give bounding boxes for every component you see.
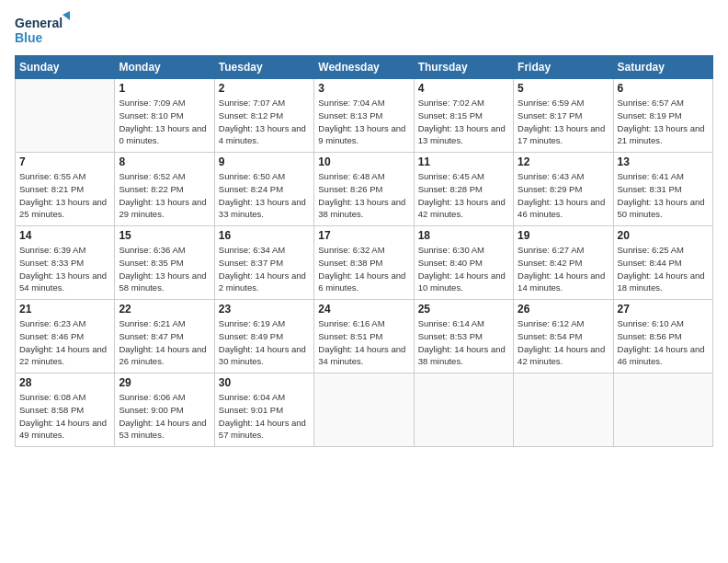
svg-marker-1 bbox=[63, 11, 70, 20]
day-info: Sunrise: 6:41 AMSunset: 8:31 PMDaylight:… bbox=[618, 170, 709, 221]
calendar-cell bbox=[514, 373, 613, 447]
calendar-cell: 15Sunrise: 6:36 AMSunset: 8:35 PMDayligh… bbox=[115, 226, 214, 300]
calendar-cell: 11Sunrise: 6:45 AMSunset: 8:28 PMDayligh… bbox=[414, 153, 513, 226]
day-info: Sunrise: 7:02 AMSunset: 8:15 PMDaylight:… bbox=[418, 97, 509, 147]
day-info: Sunrise: 6:04 AMSunset: 9:01 PMDaylight:… bbox=[219, 391, 310, 442]
day-info: Sunrise: 6:32 AMSunset: 8:38 PMDaylight:… bbox=[318, 244, 409, 294]
day-info: Sunrise: 6:08 AMSunset: 8:58 PMDaylight:… bbox=[19, 391, 110, 442]
day-info: Sunrise: 6:27 AMSunset: 8:42 PMDaylight:… bbox=[518, 244, 609, 294]
day-info: Sunrise: 6:14 AMSunset: 8:53 PMDaylight:… bbox=[418, 317, 509, 368]
day-info: Sunrise: 6:19 AMSunset: 8:49 PMDaylight:… bbox=[219, 317, 310, 368]
calendar-cell: 6Sunrise: 6:57 AMSunset: 8:19 PMDaylight… bbox=[613, 79, 712, 153]
calendar-cell: 26Sunrise: 6:12 AMSunset: 8:54 PMDayligh… bbox=[514, 300, 613, 373]
day-number: 28 bbox=[19, 376, 110, 389]
day-number: 20 bbox=[618, 229, 709, 242]
logo: General Blue bbox=[15, 11, 70, 48]
calendar-cell: 7Sunrise: 6:55 AMSunset: 8:21 PMDaylight… bbox=[16, 153, 115, 226]
day-number: 14 bbox=[19, 229, 110, 242]
day-info: Sunrise: 6:06 AMSunset: 9:00 PMDaylight:… bbox=[119, 391, 210, 442]
day-number: 12 bbox=[518, 155, 609, 168]
calendar-cell: 2Sunrise: 7:07 AMSunset: 8:12 PMDaylight… bbox=[214, 79, 313, 153]
day-info: Sunrise: 6:12 AMSunset: 8:54 PMDaylight:… bbox=[518, 317, 609, 368]
day-number: 21 bbox=[19, 303, 110, 316]
calendar-cell bbox=[613, 373, 712, 447]
day-info: Sunrise: 6:48 AMSunset: 8:26 PMDaylight:… bbox=[318, 170, 409, 221]
week-row: 14Sunrise: 6:39 AMSunset: 8:33 PMDayligh… bbox=[16, 226, 713, 300]
day-info: Sunrise: 6:57 AMSunset: 8:19 PMDaylight:… bbox=[618, 97, 709, 147]
calendar-cell: 23Sunrise: 6:19 AMSunset: 8:49 PMDayligh… bbox=[214, 300, 313, 373]
weekday-header: Monday bbox=[115, 56, 214, 79]
calendar-table: SundayMondayTuesdayWednesdayThursdayFrid… bbox=[15, 55, 713, 447]
day-info: Sunrise: 6:43 AMSunset: 8:29 PMDaylight:… bbox=[518, 170, 609, 221]
weekday-header: Wednesday bbox=[314, 56, 414, 79]
day-number: 17 bbox=[318, 229, 409, 242]
calendar-cell: 16Sunrise: 6:34 AMSunset: 8:37 PMDayligh… bbox=[214, 226, 313, 300]
day-number: 26 bbox=[518, 303, 609, 316]
calendar-cell bbox=[414, 373, 513, 447]
weekday-header-row: SundayMondayTuesdayWednesdayThursdayFrid… bbox=[16, 56, 713, 79]
day-number: 25 bbox=[418, 303, 509, 316]
day-info: Sunrise: 7:09 AMSunset: 8:10 PMDaylight:… bbox=[119, 97, 210, 147]
logo-svg: General Blue bbox=[15, 11, 70, 48]
calendar-cell: 4Sunrise: 7:02 AMSunset: 8:15 PMDaylight… bbox=[414, 79, 513, 153]
week-row: 21Sunrise: 6:23 AMSunset: 8:46 PMDayligh… bbox=[16, 300, 713, 373]
calendar-cell: 29Sunrise: 6:06 AMSunset: 9:00 PMDayligh… bbox=[115, 373, 214, 447]
day-number: 27 bbox=[618, 303, 709, 316]
day-number: 8 bbox=[119, 155, 210, 168]
weekday-header: Saturday bbox=[613, 56, 712, 79]
day-number: 2 bbox=[219, 82, 310, 95]
week-row: 28Sunrise: 6:08 AMSunset: 8:58 PMDayligh… bbox=[16, 373, 713, 447]
day-info: Sunrise: 6:21 AMSunset: 8:47 PMDaylight:… bbox=[119, 317, 210, 368]
svg-text:General: General bbox=[15, 16, 63, 30]
day-info: Sunrise: 6:10 AMSunset: 8:56 PMDaylight:… bbox=[618, 317, 709, 368]
day-number: 10 bbox=[318, 155, 409, 168]
calendar-cell bbox=[16, 79, 115, 153]
calendar-cell: 12Sunrise: 6:43 AMSunset: 8:29 PMDayligh… bbox=[514, 153, 613, 226]
day-info: Sunrise: 6:23 AMSunset: 8:46 PMDaylight:… bbox=[19, 317, 110, 368]
day-number: 7 bbox=[19, 155, 110, 168]
day-number: 29 bbox=[119, 376, 210, 389]
day-info: Sunrise: 6:59 AMSunset: 8:17 PMDaylight:… bbox=[518, 97, 609, 147]
day-number: 3 bbox=[318, 82, 409, 95]
calendar-cell: 14Sunrise: 6:39 AMSunset: 8:33 PMDayligh… bbox=[16, 226, 115, 300]
day-number: 19 bbox=[518, 229, 609, 242]
weekday-header: Tuesday bbox=[214, 56, 313, 79]
calendar-cell: 20Sunrise: 6:25 AMSunset: 8:44 PMDayligh… bbox=[613, 226, 712, 300]
calendar-cell: 17Sunrise: 6:32 AMSunset: 8:38 PMDayligh… bbox=[314, 226, 414, 300]
day-info: Sunrise: 6:52 AMSunset: 8:22 PMDaylight:… bbox=[119, 170, 210, 221]
day-number: 13 bbox=[618, 155, 709, 168]
day-info: Sunrise: 7:07 AMSunset: 8:12 PMDaylight:… bbox=[219, 97, 310, 147]
day-number: 6 bbox=[618, 82, 709, 95]
day-info: Sunrise: 6:50 AMSunset: 8:24 PMDaylight:… bbox=[219, 170, 310, 221]
calendar-cell: 22Sunrise: 6:21 AMSunset: 8:47 PMDayligh… bbox=[115, 300, 214, 373]
calendar-cell: 10Sunrise: 6:48 AMSunset: 8:26 PMDayligh… bbox=[314, 153, 414, 226]
day-info: Sunrise: 6:36 AMSunset: 8:35 PMDaylight:… bbox=[119, 244, 210, 294]
day-info: Sunrise: 6:55 AMSunset: 8:21 PMDaylight:… bbox=[19, 170, 110, 221]
day-info: Sunrise: 6:34 AMSunset: 8:37 PMDaylight:… bbox=[219, 244, 310, 294]
day-number: 16 bbox=[219, 229, 310, 242]
calendar-cell: 27Sunrise: 6:10 AMSunset: 8:56 PMDayligh… bbox=[613, 300, 712, 373]
calendar-cell: 21Sunrise: 6:23 AMSunset: 8:46 PMDayligh… bbox=[16, 300, 115, 373]
calendar-cell: 8Sunrise: 6:52 AMSunset: 8:22 PMDaylight… bbox=[115, 153, 214, 226]
day-info: Sunrise: 7:04 AMSunset: 8:13 PMDaylight:… bbox=[318, 97, 409, 147]
day-number: 22 bbox=[119, 303, 210, 316]
week-row: 1Sunrise: 7:09 AMSunset: 8:10 PMDaylight… bbox=[16, 79, 713, 153]
day-number: 15 bbox=[119, 229, 210, 242]
calendar-cell: 1Sunrise: 7:09 AMSunset: 8:10 PMDaylight… bbox=[115, 79, 214, 153]
calendar-cell: 30Sunrise: 6:04 AMSunset: 9:01 PMDayligh… bbox=[214, 373, 313, 447]
day-number: 9 bbox=[219, 155, 310, 168]
calendar-cell: 24Sunrise: 6:16 AMSunset: 8:51 PMDayligh… bbox=[314, 300, 414, 373]
weekday-header: Thursday bbox=[414, 56, 513, 79]
calendar-cell: 28Sunrise: 6:08 AMSunset: 8:58 PMDayligh… bbox=[16, 373, 115, 447]
day-number: 11 bbox=[418, 155, 509, 168]
week-row: 7Sunrise: 6:55 AMSunset: 8:21 PMDaylight… bbox=[16, 153, 713, 226]
day-info: Sunrise: 6:39 AMSunset: 8:33 PMDaylight:… bbox=[19, 244, 110, 294]
day-number: 5 bbox=[518, 82, 609, 95]
calendar-cell: 19Sunrise: 6:27 AMSunset: 8:42 PMDayligh… bbox=[514, 226, 613, 300]
svg-text:Blue: Blue bbox=[15, 30, 43, 45]
weekday-header: Sunday bbox=[16, 56, 115, 79]
calendar-cell bbox=[314, 373, 414, 447]
page-header: General Blue bbox=[15, 11, 713, 48]
day-number: 23 bbox=[219, 303, 310, 316]
day-info: Sunrise: 6:25 AMSunset: 8:44 PMDaylight:… bbox=[618, 244, 709, 294]
